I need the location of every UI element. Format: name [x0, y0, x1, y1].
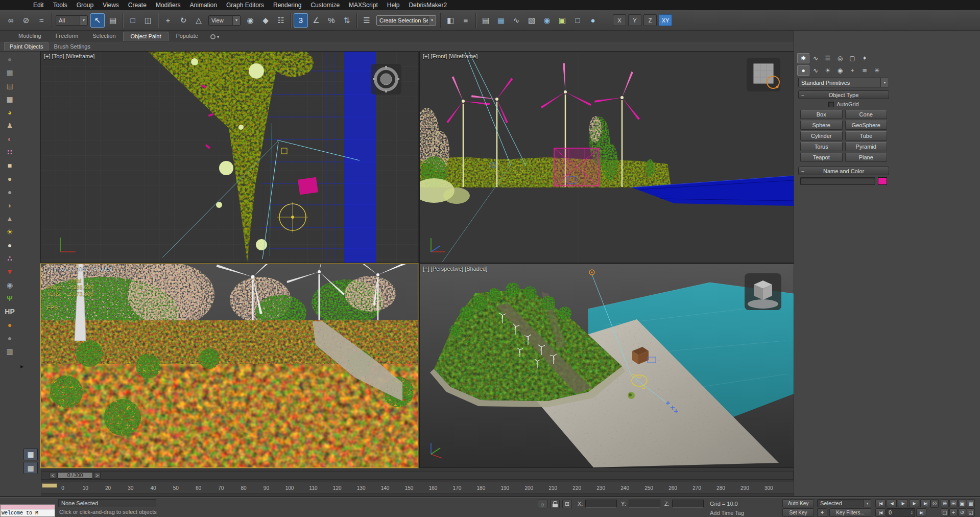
viewport-top[interactable]: [+] [Top] [Wireframe]: [41, 52, 418, 263]
menu-item[interactable]: Group: [72, 0, 98, 10]
viewcube-front[interactable]: [747, 58, 780, 91]
object-type-button[interactable]: Pyramid: [845, 142, 888, 151]
time-slider-handle[interactable]: 0 / 300: [57, 472, 93, 479]
select-object-icon[interactable]: ↖: [90, 13, 105, 28]
zoom-all-icon[interactable]: ⊞: [949, 499, 958, 507]
axis-constraint-y-button[interactable]: Y: [628, 14, 641, 26]
perspective-viewport-canvas[interactable]: [420, 264, 794, 467]
named-selection-sets-dropdown[interactable]: Create Selection Se▾: [376, 15, 436, 26]
absolute-relative-toggle-icon[interactable]: ⊞: [562, 500, 572, 508]
subtab-brush-settings[interactable]: Brush Settings: [49, 42, 95, 51]
object-type-button[interactable]: Cylinder: [800, 131, 843, 140]
add-time-tag[interactable]: Add Time Tag: [710, 510, 744, 516]
viewport-perspective[interactable]: [+] [Perspective] [Shaded]: [420, 264, 794, 467]
gourd-icon[interactable]: ●: [2, 172, 17, 185]
menu-item[interactable]: Rendering: [269, 0, 306, 10]
object-type-rollout-header[interactable]: − Object Type: [798, 90, 889, 99]
create-tab[interactable]: ✱: [797, 53, 809, 63]
name-and-color-rollout-header[interactable]: − Name and Color: [798, 167, 889, 175]
auto-key-button[interactable]: Auto Key: [782, 499, 814, 507]
egg-icon[interactable]: ●: [2, 239, 17, 252]
menu-item[interactable]: Views: [98, 0, 124, 10]
menu-item[interactable]: Edit: [29, 0, 49, 10]
mirror-icon[interactable]: ◧: [443, 13, 458, 28]
menu-item[interactable]: Animation: [185, 0, 222, 10]
autogrid-row[interactable]: AutoGrid: [799, 101, 889, 107]
menu-item[interactable]: MAXScript: [344, 0, 383, 10]
isolate-selection-icon[interactable]: ☼: [538, 500, 547, 508]
play-button[interactable]: ▶: [898, 499, 908, 507]
display-tab[interactable]: ▢: [846, 53, 858, 63]
selection-set-dropdown[interactable]: Selected ▾: [817, 499, 871, 507]
object-type-button[interactable]: Torus: [800, 142, 843, 151]
y-coord-field[interactable]: [629, 500, 660, 508]
time-slider[interactable]: < 0 / 300 >: [41, 471, 794, 480]
object-color-swatch[interactable]: [878, 177, 887, 185]
object-name-input[interactable]: [800, 177, 875, 185]
object-type-button[interactable]: Tube: [845, 131, 888, 140]
viewport-label-camera[interactable]: [+] [VRayCam002] [Shaded]: [44, 266, 114, 272]
previous-key-button[interactable]: |◀: [875, 508, 886, 516]
viewport-label-perspective[interactable]: [+] [Perspective] [Shaded]: [423, 266, 487, 272]
zoom-extents-icon[interactable]: ▣: [958, 499, 966, 507]
reference-coordinate-system-dropdown[interactable]: View▾: [208, 15, 241, 26]
figure-icon[interactable]: ♟: [2, 119, 17, 132]
tile-icon[interactable]: ■: [2, 159, 17, 172]
sun-icon[interactable]: ☀: [2, 225, 17, 239]
rectangular-selection-region-icon[interactable]: □: [126, 13, 140, 28]
go-to-end-button[interactable]: ▶|: [920, 499, 930, 507]
maximize-viewport-icon[interactable]: ◱: [967, 508, 975, 516]
next-frame-button[interactable]: ▶: [909, 499, 919, 507]
motion-tab[interactable]: ◎: [834, 53, 846, 63]
key-filters-button[interactable]: Key Filters...: [829, 508, 871, 516]
selection-filter-dropdown[interactable]: All▾: [56, 15, 88, 26]
unlink-selection-icon[interactable]: ⊘: [19, 13, 33, 28]
helpers-category[interactable]: +: [846, 65, 858, 76]
primitives-category-dropdown[interactable]: Standard Primitives ▾: [798, 78, 889, 87]
layer-manager-icon[interactable]: ▤: [479, 13, 493, 28]
sphere-gray-icon[interactable]: ●: [2, 185, 17, 199]
shell-icon[interactable]: ◗: [2, 199, 17, 212]
ribbon-tab-modeling[interactable]: Modeling: [11, 32, 49, 41]
scatter-pink-icon[interactable]: ∷: [2, 146, 17, 159]
ribbon-tab-freeform[interactable]: Freeform: [49, 32, 86, 41]
ribbon-tab-populate[interactable]: Populate: [169, 32, 205, 41]
select-and-rotate-icon[interactable]: ↻: [176, 13, 190, 28]
bind-to-space-warp-icon[interactable]: ≈: [34, 13, 49, 28]
menu-item[interactable]: Help: [383, 0, 404, 10]
graphite-ribbon-toggle-icon[interactable]: ▦: [494, 13, 508, 28]
angle-snap-icon[interactable]: ∠: [309, 13, 323, 28]
track-bar[interactable]: 0102030405060708090100110120130140150160…: [41, 482, 794, 494]
menu-item[interactable]: Modifiers: [151, 0, 185, 10]
top-viewport-canvas[interactable]: [41, 52, 418, 263]
paint-drop-icon[interactable]: ▼: [2, 265, 17, 278]
keyboard-shortcut-override-icon[interactable]: ☷: [274, 13, 288, 28]
viewport-camera[interactable]: [+] [VRayCam002] [Shaded] Total Polys:1,…: [41, 264, 418, 467]
object-type-button[interactable]: Cone: [845, 110, 888, 119]
track-bar-range-marker[interactable]: [42, 483, 57, 488]
viewport-front[interactable]: [+] [Front] [Wireframe]: [420, 52, 794, 263]
previous-frame-button[interactable]: ◀: [887, 499, 897, 507]
grid-icon[interactable]: ▦: [2, 92, 17, 106]
subtab-paint-objects[interactable]: Paint Objects: [4, 42, 49, 51]
viewcube-compass[interactable]: [371, 64, 401, 95]
viewport-label-front[interactable]: [+] [Front] [Wireframe]: [423, 53, 477, 59]
menu-item[interactable]: Customize: [306, 0, 344, 10]
axis-constraint-x-button[interactable]: X: [613, 14, 626, 26]
teapot-icon[interactable]: ◕: [2, 106, 17, 119]
curve-editor-icon[interactable]: ∿: [509, 13, 523, 28]
object-type-button[interactable]: Plane: [845, 153, 888, 162]
rendered-frame-window-icon[interactable]: □: [570, 13, 585, 28]
panel-icon[interactable]: ▥: [2, 345, 17, 358]
edit-named-selection-sets-icon[interactable]: ☰: [360, 13, 374, 28]
next-frame-arrow[interactable]: >: [94, 472, 101, 479]
spinner-snap-icon[interactable]: ⇅: [340, 13, 354, 28]
menu-item[interactable]: Graph Editors: [222, 0, 269, 10]
window-crossing-icon[interactable]: ◫: [141, 13, 155, 28]
z-coord-field[interactable]: [672, 500, 704, 508]
field-of-view-icon[interactable]: ▢: [941, 508, 949, 516]
hierarchy-tab[interactable]: ☰: [822, 53, 834, 63]
front-viewport-canvas[interactable]: [420, 52, 794, 263]
flyout-arrow-icon[interactable]: ▶: [20, 364, 23, 369]
pan-icon[interactable]: +: [949, 508, 958, 516]
